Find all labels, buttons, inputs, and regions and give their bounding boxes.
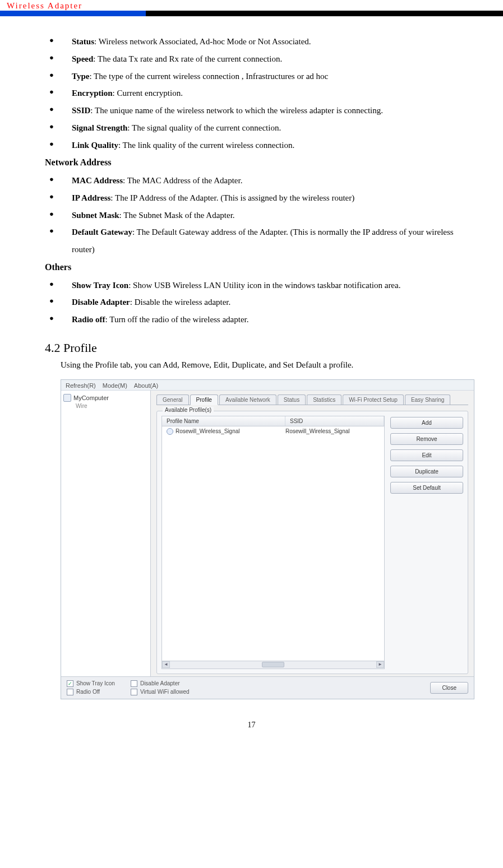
available-profiles-group: Available Profile(s) Profile Name SSID R… [156,411,468,674]
bullet-desc: : The link quality of the current wirele… [118,141,294,150]
menu-about[interactable]: About(A) [134,382,158,389]
tab-wi-fi-protect-setup[interactable]: Wi-Fi Protect Setup [343,394,404,405]
bullet-item: MAC Address: The MAC Address of the Adap… [61,172,458,189]
header-rule [0,11,503,16]
checkbox-label: Show Tray Icon [76,680,115,686]
button-column: AddRemoveEditDuplicateSet Default [390,416,463,669]
bullet-term: Default Gateway [72,228,132,236]
bullet-term: IP Address [72,193,110,202]
bullet-item: Encryption: Current encryption. [61,85,458,102]
bullet-term: Type [72,72,89,81]
checkbox-icon [67,689,73,695]
bullet-desc: : The signal quality of the current conn… [127,123,281,132]
checkbox-label: Virtual WiFi allowed [140,689,190,695]
tab-profile[interactable]: Profile [190,394,218,405]
list-body: Rosewill_Wireless_Signal Rosewill_Wirele… [161,426,385,661]
bullet-term: Radio off [72,315,105,324]
profile-list: Profile Name SSID Rosewill_Wireless_Sign… [161,416,385,669]
set-default-button[interactable]: Set Default [390,482,463,494]
group-label: Available Profile(s) [163,407,214,413]
header-rule-black [146,11,503,16]
section-network-address: Network Address [45,154,458,172]
bullet-desc: : The Subnet Mask of the Adapter. [119,211,235,220]
bullet-desc: : Turn off the radio of the wireless ada… [105,315,249,324]
bullet-term: Show Tray Icon [72,281,128,290]
edit-button[interactable]: Edit [390,449,463,461]
tab-general[interactable]: General [156,394,189,405]
bullet-item: Radio off: Turn off the radio of the wir… [61,311,458,328]
bullet-desc: : The type of the current wireless conne… [89,72,328,81]
bullet-desc: : Disable the wireless adapter. [130,298,231,307]
page-number: 17 [0,721,503,741]
bullet-list-3: Show Tray Icon: Show USB Wireless LAN Ut… [45,277,458,328]
col-profile-name[interactable]: Profile Name [162,416,285,426]
bullet-item: Disable Adapter: Disable the wireless ad… [61,294,458,311]
checkbox-label: Radio Off [76,689,100,695]
row-profile-name: Rosewill_Wireless_Signal [167,428,285,435]
header-rule-blue [0,11,146,16]
checkbox-icon [131,689,137,695]
checkbox-icon [131,680,137,687]
tree-root-label: MyComputer [73,394,109,401]
row-ssid: Rosewill_Wireless_Signal [285,428,380,434]
bullet-term: Encryption [72,89,113,98]
bullet-desc: : Wireless network Associated, Ad-hoc Mo… [94,37,311,46]
list-headers: Profile Name SSID [161,416,385,426]
section-others: Others [45,258,458,277]
bullet-desc: : Show USB Wireless LAN Utility icon in … [128,281,400,290]
bullet-term: MAC Address [72,176,123,185]
bullet-item: SSID: The unique name of the wireless ne… [61,102,458,119]
bullet-list-1: Status: Wireless network Associated, Ad-… [45,33,458,154]
bullet-item: Speed: The data Tx rate and Rx rate of t… [61,50,458,68]
scroll-left-icon[interactable]: ◄ [162,661,170,668]
bullet-term: Disable Adapter [72,298,130,307]
tab-status[interactable]: Status [278,394,306,405]
close-button[interactable]: Close [430,682,468,694]
bullet-item: IP Address: The IP Address of the Adapte… [61,189,458,207]
remove-button[interactable]: Remove [390,433,463,445]
menu-mode[interactable]: Mode(M) [103,382,127,389]
tab-easy-sharing[interactable]: Easy Sharing [405,394,450,405]
bullet-term: Subnet Mask [72,211,119,220]
footer-bar: ✓Show Tray IconRadio Off Disable Adapter… [61,676,474,699]
duplicate-button[interactable]: Duplicate [390,466,463,477]
scroll-right-icon[interactable]: ► [376,661,384,668]
tab-available-network[interactable]: Available Network [219,394,276,405]
list-row[interactable]: Rosewill_Wireless_Signal Rosewill_Wirele… [162,426,384,437]
bullet-item: Default Gateway: The Default Gateway add… [61,224,458,258]
checkbox-icon: ✓ [67,680,73,687]
menu-refresh[interactable]: Refresh(R) [66,382,96,389]
bullet-desc: : The unique name of the wireless networ… [90,106,383,115]
section-4-2-heading: 4.2 Profile [45,341,458,355]
checkbox-label: Disable Adapter [140,680,180,686]
section-4-2-desc: Using the Profile tab, you can Add, Remo… [45,358,458,373]
bullet-item: Type: The type of the current wireless c… [61,68,458,85]
bullet-desc: : The MAC Address of the Adapter. [123,176,242,185]
checkbox-virtual-wifi-allowed[interactable]: Virtual WiFi allowed [131,689,190,695]
bullet-list-2: MAC Address: The MAC Address of the Adap… [45,172,458,258]
col-ssid[interactable]: SSID [285,416,384,426]
checkbox-disable-adapter[interactable]: Disable Adapter [131,680,190,687]
add-button[interactable]: Add [390,417,463,429]
bullet-item: Subnet Mask: The Subnet Mask of the Adap… [61,207,458,224]
bullet-desc: : The IP Address of the Adapter. (This i… [110,193,354,202]
tree-root[interactable]: MyComputer [63,394,148,402]
bullet-term: Signal Strength [72,123,127,132]
header-title: Wireless Adapter [0,0,503,11]
bullet-term: SSID [72,106,90,115]
checkbox-group-mid: Disable AdapterVirtual WiFi allowed [131,680,190,695]
checkbox-radio-off[interactable]: Radio Off [67,689,115,695]
bullet-desc: : Current encryption. [113,89,183,98]
scroll-thumb[interactable] [262,662,284,667]
row-profile-name-text: Rosewill_Wireless_Signal [176,428,240,434]
profile-icon [167,428,173,435]
computer-icon [63,394,71,402]
bullet-item: Show Tray Icon: Show USB Wireless LAN Ut… [61,277,458,294]
device-tree: MyComputer Wire [61,391,151,676]
tree-child-label[interactable]: Wire [63,403,148,409]
tab-statistics[interactable]: Statistics [307,394,342,405]
tab-row: GeneralProfileAvailable NetworkStatusSta… [156,394,468,405]
horizontal-scrollbar[interactable]: ◄ ► [161,661,385,669]
bullet-desc: : The data Tx rate and Rx rate of the cu… [93,54,282,63]
checkbox-show-tray-icon[interactable]: ✓Show Tray Icon [67,680,115,687]
